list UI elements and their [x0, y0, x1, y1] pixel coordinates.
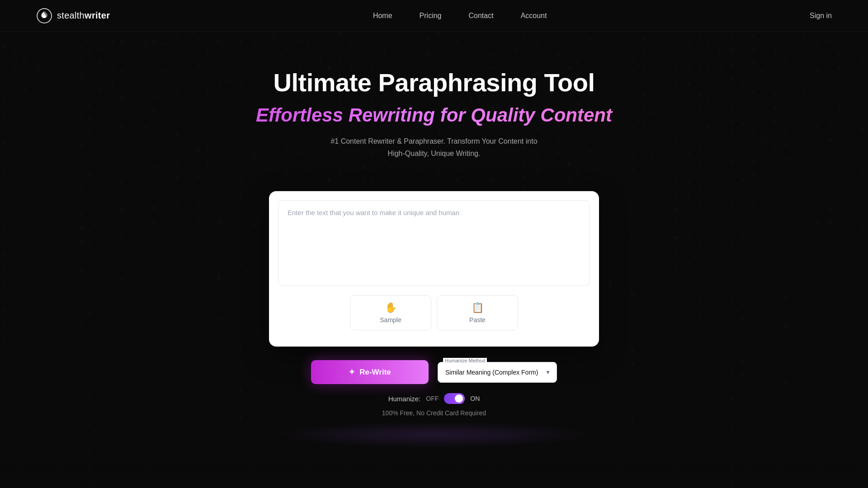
- humanize-method-select-wrap: Humanize Method Similar Meaning (Complex…: [438, 362, 557, 383]
- toggle-on-label: ON: [470, 395, 480, 402]
- controls-row: ✦ Re-Write Humanize Method Similar Meani…: [269, 360, 599, 384]
- sample-icon: ✋: [385, 302, 397, 314]
- nav-links: Home Pricing Contact Account: [373, 12, 547, 20]
- hero-subtitle: Effortless Rewriting for Quality Content: [9, 104, 859, 126]
- rewrite-button[interactable]: ✦ Re-Write: [311, 360, 429, 384]
- bottom-section: Join our Discord server to gain access t…: [0, 466, 868, 488]
- hero-description: #1 Content Rewriter & Paraphraser. Trans…: [9, 135, 859, 160]
- rewrite-icon: ✦: [349, 367, 355, 377]
- humanize-toggle-row: Humanize: OFF ON: [0, 393, 868, 404]
- logo-link[interactable]: stealthwriter: [36, 8, 110, 24]
- sample-button[interactable]: ✋ Sample: [350, 295, 431, 330]
- humanize-method-label: Humanize Method: [443, 358, 487, 363]
- toggle-off-label: OFF: [426, 395, 439, 402]
- text-input[interactable]: [278, 200, 590, 286]
- humanize-label: Humanize:: [388, 395, 421, 403]
- humanize-toggle[interactable]: [444, 393, 465, 404]
- action-buttons: ✋ Sample 📋 Paste: [278, 295, 590, 330]
- paste-icon: 📋: [472, 302, 484, 314]
- signin-link[interactable]: Sign in: [810, 12, 832, 20]
- navbar: stealthwriter Home Pricing Contact Accou…: [0, 0, 868, 32]
- free-text: 100% Free, No Credit Card Required: [0, 409, 868, 417]
- logo-text: stealthwriter: [57, 10, 110, 21]
- nav-pricing[interactable]: Pricing: [420, 12, 442, 19]
- nav-home[interactable]: Home: [373, 12, 392, 19]
- logo-icon: [36, 8, 52, 24]
- hero-section: Ultimate Paraphrasing Tool Effortless Re…: [0, 32, 868, 191]
- nav-account[interactable]: Account: [521, 12, 547, 19]
- card-glow: [269, 421, 599, 448]
- humanize-method-select[interactable]: Similar Meaning (Complex Form) Similar M…: [438, 362, 557, 383]
- svg-point-1: [43, 15, 46, 18]
- paste-button[interactable]: 📋 Paste: [437, 295, 518, 330]
- hero-title: Ultimate Paraphrasing Tool: [9, 68, 859, 97]
- nav-contact[interactable]: Contact: [469, 12, 494, 19]
- main-card: ✋ Sample 📋 Paste: [269, 191, 599, 347]
